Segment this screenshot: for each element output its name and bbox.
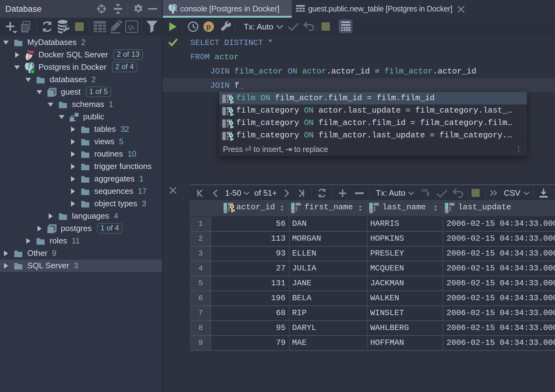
svg-text:DB: DB (421, 188, 428, 193)
svg-text:p: p (206, 22, 211, 31)
svg-text:QL: QL (128, 24, 135, 30)
